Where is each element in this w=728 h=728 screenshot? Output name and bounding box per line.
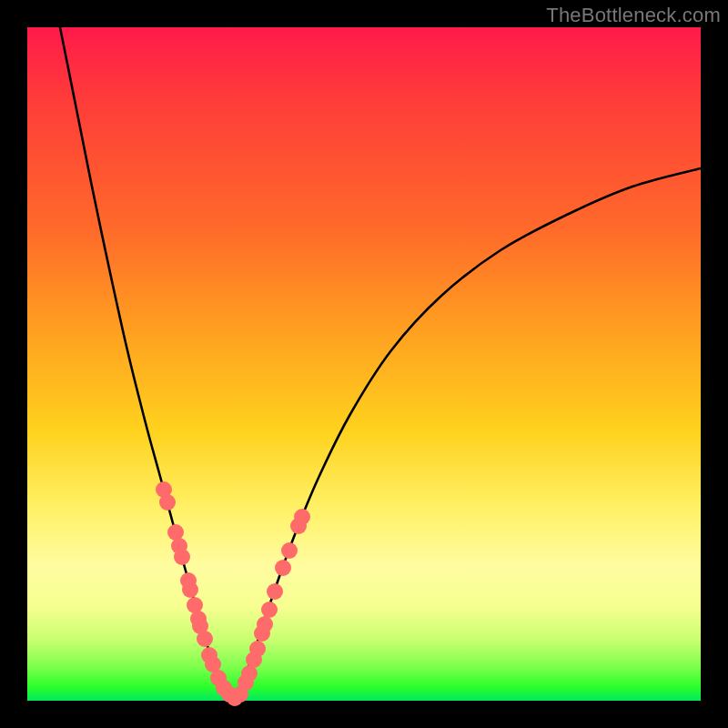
highlight-dot bbox=[257, 616, 273, 632]
chart-frame: TheBottleneck.com bbox=[0, 0, 728, 728]
highlight-dot bbox=[182, 581, 198, 598]
highlight-dot bbox=[197, 631, 213, 647]
highlight-dot bbox=[159, 494, 176, 511]
highlight-dot bbox=[281, 542, 298, 559]
highlight-dot bbox=[174, 549, 190, 565]
highlight-dots bbox=[156, 481, 310, 706]
highlight-dot bbox=[267, 583, 283, 600]
highlight-dot bbox=[249, 641, 266, 657]
curve-right bbox=[234, 168, 701, 699]
watermark-text: TheBottleneck.com bbox=[546, 4, 721, 27]
highlight-dot bbox=[275, 560, 291, 576]
chart-plot-area bbox=[27, 27, 701, 701]
highlight-dot bbox=[294, 509, 310, 525]
curve-left bbox=[60, 27, 234, 699]
highlight-dot bbox=[261, 602, 278, 618]
chart-svg bbox=[27, 27, 701, 701]
